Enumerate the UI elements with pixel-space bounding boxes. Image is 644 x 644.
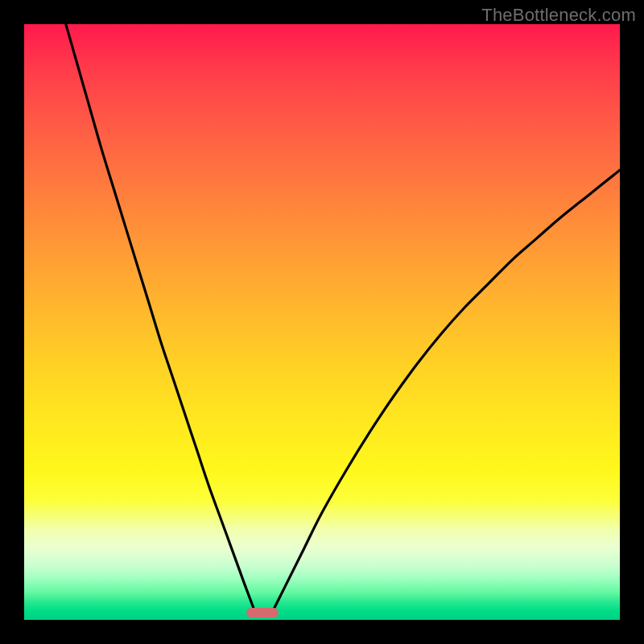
right-curve — [275, 170, 620, 608]
left-curve — [66, 24, 254, 608]
watermark-text: TheBottleneck.com — [481, 5, 636, 26]
chart-frame: TheBottleneck.com — [0, 0, 644, 644]
bottleneck-marker — [246, 608, 279, 617]
plot-area — [24, 24, 620, 620]
curves-svg — [24, 24, 620, 620]
